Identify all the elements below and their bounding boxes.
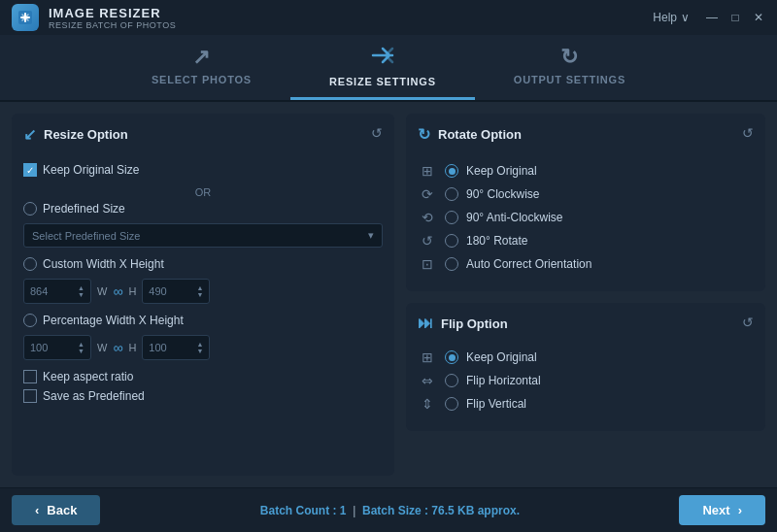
pct-width-spinner[interactable]: ▲ ▼ [78, 341, 84, 354]
flip-option-title: ⏭ Flip Option [418, 315, 508, 332]
titlebar-right: Help ∨ — □ ✕ [653, 11, 765, 24]
rotate-90acw-label: 90° Anti-Clockwise [466, 211, 563, 224]
custom-dimension-label: Custom Width X Height [43, 257, 164, 271]
rotate-auto-icon: ⊡ [418, 256, 437, 272]
keep-original-size-label: Keep Original Size [43, 163, 139, 177]
percentage-height-input[interactable]: 100 ▲ ▼ [142, 335, 210, 360]
save-as-predefined-label: Save as Predefined [43, 389, 145, 403]
tab-output-settings[interactable]: ↻ OUTPUT SETTINGS [475, 35, 664, 100]
app-subtitle: RESIZE BATCH OF PHOTOS [49, 20, 176, 30]
custom-width-input[interactable]: 864 ▲ ▼ [23, 279, 91, 304]
width-down-arrow[interactable]: ▼ [78, 291, 84, 298]
tab-select-photos[interactable]: ↗ SELECT PHOTOS [113, 35, 290, 100]
percentage-radio[interactable] [23, 314, 37, 327]
resize-settings-label: RESIZE SETTINGS [329, 76, 436, 87]
flip-vertical-row: ⇕ Flip Vertical [418, 396, 754, 412]
height-up-arrow[interactable]: ▲ [196, 284, 203, 291]
resize-reset-button[interactable]: ↺ [371, 125, 383, 141]
rotate-option-title: ↻ Rotate Option [418, 125, 522, 144]
output-settings-icon: ↻ [560, 45, 579, 70]
custom-w-label: W [97, 285, 107, 297]
pct-height-spinner[interactable]: ▲ ▼ [196, 341, 203, 354]
flip-vertical-radio[interactable] [445, 397, 458, 411]
rotate-keep-original-radio[interactable] [445, 164, 458, 178]
pct-height-up[interactable]: ▲ [196, 341, 203, 348]
width-spinner[interactable]: ▲ ▼ [78, 284, 84, 298]
flip-vertical-label: Flip Vertical [466, 397, 526, 411]
rotate-option-panel: ↻ Rotate Option ↺ ⊞ Keep Original ⟳ 90° … [406, 114, 765, 291]
nav-tabs: ↗ SELECT PHOTOS RESIZE SETTINGS ↻ OUTPUT… [0, 35, 777, 102]
minimize-button[interactable]: — [705, 11, 719, 24]
pct-w-label: W [97, 342, 107, 353]
window-controls: — □ ✕ [705, 11, 765, 24]
width-up-arrow[interactable]: ▲ [78, 284, 84, 291]
next-button[interactable]: Next › [679, 495, 765, 525]
rotate-90acw-radio[interactable] [445, 211, 458, 224]
flip-vertical-icon: ⇕ [418, 396, 437, 412]
keep-aspect-ratio-label: Keep aspect ratio [43, 370, 133, 383]
back-button[interactable]: ‹ Back [12, 495, 100, 525]
maximize-button[interactable]: □ [728, 11, 742, 24]
rotate-90cw-row: ⟳ 90° Clockwise [418, 186, 754, 202]
custom-dimension-radio-row: Custom Width X Height [23, 257, 383, 271]
custom-height-input[interactable]: 490 ▲ ▼ [142, 279, 210, 304]
right-panel: ↻ Rotate Option ↺ ⊞ Keep Original ⟳ 90° … [406, 114, 765, 476]
flip-keep-original-label: Keep Original [466, 350, 537, 364]
rotate-180-radio[interactable] [445, 234, 458, 248]
custom-dimension-inputs: 864 ▲ ▼ W ∞ H 490 ▲ ▼ [23, 279, 383, 304]
flip-keep-original-row: ⊞ Keep Original [418, 349, 754, 365]
keep-aspect-ratio-checkbox[interactable] [23, 370, 37, 383]
output-settings-label: OUTPUT SETTINGS [514, 74, 625, 85]
height-down-arrow[interactable]: ▼ [196, 291, 203, 298]
rotate-180-label: 180° Rotate [466, 234, 528, 248]
bottom-bar: ‹ Back Batch Count : 1 | Batch Size : 76… [0, 487, 777, 532]
flip-keep-original-radio[interactable] [445, 350, 458, 364]
keep-original-size-section: ✓ Keep Original Size [23, 163, 383, 177]
predefined-size-label: Predefined Size [43, 202, 125, 216]
help-button[interactable]: Help ∨ [653, 11, 690, 24]
rotate-icon: ↻ [418, 125, 430, 144]
keep-original-size-checkbox[interactable]: ✓ [23, 163, 37, 177]
tab-resize-settings[interactable]: RESIZE SETTINGS [290, 35, 475, 100]
pct-h-label: H [128, 342, 136, 353]
main-content: ↙ Resize Option ↺ ✓ Keep Original Size O… [0, 102, 777, 487]
rotate-auto-radio[interactable] [445, 257, 458, 271]
percentage-width-input[interactable]: 100 ▲ ▼ [23, 335, 91, 360]
app-name: IMAGE RESIZER [49, 6, 176, 20]
percentage-dimension-section: Percentage Width X Height 100 ▲ ▼ W ∞ H … [23, 314, 383, 360]
custom-dimension-radio[interactable] [23, 257, 37, 271]
titlebar: IMAGE RESIZER RESIZE BATCH OF PHOTOS Hel… [0, 0, 777, 35]
rotate-keep-original-row: ⊞ Keep Original [418, 163, 754, 179]
titlebar-left: IMAGE RESIZER RESIZE BATCH OF PHOTOS [12, 4, 176, 31]
flip-option-header: ⏭ Flip Option ↺ [418, 315, 754, 342]
rotate-keep-original-label: Keep Original [466, 164, 537, 178]
custom-dimension-section: Custom Width X Height 864 ▲ ▼ W ∞ H 490 … [23, 257, 383, 304]
rotate-90acw-row: ⟲ 90° Anti-Clockwise [418, 210, 754, 225]
flip-horizontal-radio[interactable] [445, 374, 458, 387]
save-as-predefined-checkbox[interactable] [23, 389, 37, 403]
pct-width-down[interactable]: ▼ [78, 348, 84, 354]
custom-h-label: H [128, 285, 136, 297]
batch-size-value: 76.5 KB approx. [431, 504, 520, 517]
select-photos-label: SELECT PHOTOS [152, 74, 252, 85]
infinity-icon-2: ∞ [113, 340, 122, 355]
flip-option-panel: ⏭ Flip Option ↺ ⊞ Keep Original ⇔ Flip H… [406, 303, 765, 431]
predefined-size-select[interactable]: Select Predefined Size ▾ [23, 223, 383, 248]
close-button[interactable]: ✕ [752, 11, 765, 24]
predefined-size-radio-row: Predefined Size [23, 202, 383, 216]
rotate-option-header: ↻ Rotate Option ↺ [418, 125, 754, 155]
percentage-radio-row: Percentage Width X Height [23, 314, 383, 327]
rotate-90cw-icon: ⟳ [418, 186, 437, 202]
flip-reset-button[interactable]: ↺ [742, 315, 754, 330]
select-photos-icon: ↗ [192, 45, 211, 70]
rotate-reset-button[interactable]: ↺ [742, 125, 754, 141]
predefined-size-placeholder: Select Predefined Size [32, 230, 140, 242]
predefined-size-section: Predefined Size Select Predefined Size ▾ [23, 202, 383, 248]
pct-width-up[interactable]: ▲ [78, 341, 84, 348]
rotate-90cw-radio[interactable] [445, 187, 458, 201]
flip-horizontal-icon: ⇔ [418, 373, 437, 388]
pct-height-down[interactable]: ▼ [196, 348, 203, 354]
height-spinner[interactable]: ▲ ▼ [196, 284, 203, 298]
infinity-icon: ∞ [113, 283, 122, 299]
predefined-size-radio[interactable] [23, 202, 37, 216]
